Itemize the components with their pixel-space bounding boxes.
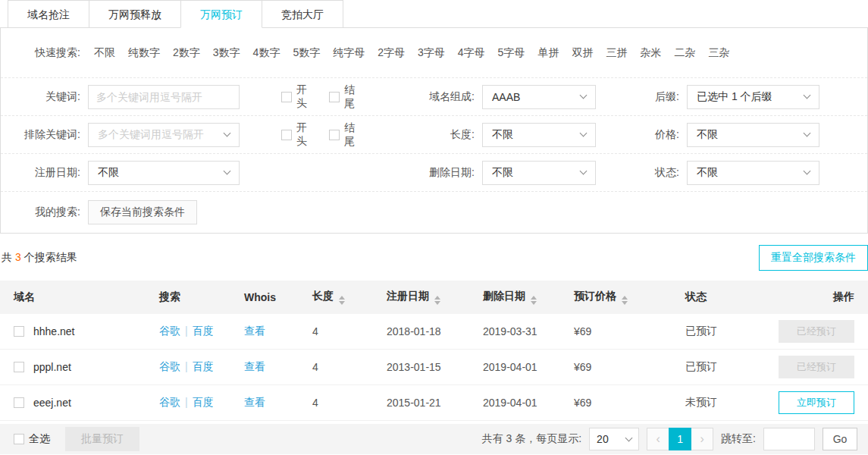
reserve-price: ¥69 xyxy=(574,325,685,337)
quick-filter-item-7[interactable]: 纯字母 xyxy=(333,46,365,60)
exclude-start-checkbox[interactable]: 开头 xyxy=(281,121,317,149)
google-search-link[interactable]: 谷歌 xyxy=(159,360,180,372)
checkbox-box[interactable] xyxy=(281,130,292,140)
reserve-button[interactable]: 立即预订 xyxy=(779,391,854,414)
quick-filter-item-1[interactable]: 不限 xyxy=(94,46,115,60)
checkbox-label: 开头 xyxy=(296,121,317,149)
sort-icon[interactable] xyxy=(339,296,345,305)
checkbox-box[interactable] xyxy=(329,92,340,102)
whois-view-link[interactable]: 查看 xyxy=(244,360,265,372)
quick-filter-item-13[interactable]: 双拼 xyxy=(572,46,593,60)
quick-filter-item-6[interactable]: 5数字 xyxy=(293,46,320,60)
jump-to-input[interactable] xyxy=(763,428,815,450)
keyword-end-checkbox[interactable]: 结尾 xyxy=(329,83,365,111)
deletion-date: 2019-04-01 xyxy=(483,361,574,373)
google-search-link[interactable]: 谷歌 xyxy=(159,325,180,337)
keyword-label: 关键词: xyxy=(1,90,80,104)
reset-filters-button[interactable]: 重置全部搜索条件 xyxy=(759,245,868,271)
pagination: ‹ 1 › xyxy=(647,428,713,450)
prev-page-button[interactable]: ‹ xyxy=(647,428,669,450)
row-checkbox[interactable] xyxy=(14,362,24,372)
page-size-select[interactable]: 20 xyxy=(589,428,639,450)
current-page[interactable]: 1 xyxy=(669,428,691,450)
table-row: hhhe.net 谷歌|百度 查看 4 2018-01-18 2019-03-3… xyxy=(0,314,868,350)
table-row: eeej.net 谷歌|百度 查看 4 2015-01-21 2019-04-0… xyxy=(0,385,868,421)
quick-filter-item-9[interactable]: 3字母 xyxy=(418,46,445,60)
quick-filter-item-12[interactable]: 单拼 xyxy=(537,46,559,60)
quick-filter-item-2[interactable]: 纯数字 xyxy=(128,46,160,60)
del-date-select[interactable]: 不限 xyxy=(482,161,596,185)
quick-filter-item-11[interactable]: 5字母 xyxy=(498,46,525,60)
exclude-end-checkbox[interactable]: 结尾 xyxy=(329,121,365,149)
select-value: 不限 xyxy=(98,166,119,180)
baidu-search-link[interactable]: 百度 xyxy=(193,360,214,372)
reserve-button[interactable]: 已经预订 xyxy=(779,356,854,378)
registration-date: 2015-01-21 xyxy=(387,397,483,409)
baidu-search-link[interactable]: 百度 xyxy=(193,396,214,408)
whois-view-link[interactable]: 查看 xyxy=(244,396,265,408)
tab-wanwang-prerelease[interactable]: 万网预释放 xyxy=(89,0,181,28)
status-select[interactable]: 不限 xyxy=(687,161,819,185)
reserve-price: ¥69 xyxy=(574,397,685,409)
select-value: 20 xyxy=(597,433,609,445)
footer-left: 全选 批量预订 xyxy=(14,427,139,451)
reserve-price: ¥69 xyxy=(574,361,685,373)
whois-view-link[interactable]: 查看 xyxy=(244,325,265,337)
quick-filter-item-3[interactable]: 2数字 xyxy=(173,46,200,60)
sort-icon[interactable] xyxy=(434,296,440,305)
reserve-button[interactable]: 已经预订 xyxy=(779,320,854,343)
tab-wanwang-reserve[interactable]: 万网预订 xyxy=(180,0,262,28)
reg-date-select[interactable]: 不限 xyxy=(88,161,240,185)
baidu-search-link[interactable]: 百度 xyxy=(193,325,214,337)
domain-name: eeej.net xyxy=(33,397,71,409)
table-footer: 全选 批量预订 共有 3 条，每页显示: 20 ‹ 1 › 跳转至: Go xyxy=(0,424,868,454)
reg-date-label: 注册日期: xyxy=(1,166,80,180)
select-all-checkbox[interactable]: 全选 xyxy=(14,432,50,446)
quick-filter-item-17[interactable]: 三杂 xyxy=(708,46,729,60)
keyword-start-checkbox[interactable]: 开头 xyxy=(281,83,317,111)
row-checkbox[interactable] xyxy=(14,326,24,337)
domain-length: 4 xyxy=(312,325,387,337)
go-button[interactable]: Go xyxy=(823,428,857,450)
checkbox-label: 开头 xyxy=(296,83,317,111)
results-bar: 共3个搜索结果 重置全部搜索条件 xyxy=(0,244,868,271)
table-body: hhhe.net 谷歌|百度 查看 4 2018-01-18 2019-03-3… xyxy=(0,314,868,421)
placeholder-text: 多个关键词用逗号隔开 xyxy=(98,128,204,142)
quick-filter-item-5[interactable]: 4数字 xyxy=(253,46,280,60)
keyword-input[interactable] xyxy=(88,85,240,109)
select-value: 不限 xyxy=(492,128,513,142)
quick-filter-item-16[interactable]: 二杂 xyxy=(674,46,695,60)
header-domain: 域名 xyxy=(0,290,159,304)
exclude-label: 排除关键词: xyxy=(1,128,80,142)
quick-filter-item-15[interactable]: 杂米 xyxy=(640,46,661,60)
header-whois: Whois xyxy=(244,291,312,303)
next-page-button[interactable]: › xyxy=(691,428,713,450)
price-select[interactable]: 不限 xyxy=(687,123,819,147)
quick-filter-item-14[interactable]: 三拼 xyxy=(606,46,627,60)
tab-domain-snatch[interactable]: 域名抢注 xyxy=(8,0,89,28)
header-length: 长度 xyxy=(312,290,387,305)
domain-name: hhhe.net xyxy=(33,325,75,337)
deletion-date: 2019-03-31 xyxy=(483,325,574,337)
sort-icon[interactable] xyxy=(531,296,537,305)
save-search-button[interactable]: 保存当前搜索条件 xyxy=(88,200,197,224)
quick-filter-item-4[interactable]: 3数字 xyxy=(213,46,240,60)
row-checkbox[interactable] xyxy=(14,397,24,408)
tab-auction-hall[interactable]: 竞拍大厅 xyxy=(262,0,343,28)
quick-filter-item-8[interactable]: 2字母 xyxy=(378,46,405,60)
quick-filter-item-10[interactable]: 4字母 xyxy=(458,46,485,60)
checkbox-box[interactable] xyxy=(281,92,292,102)
composition-select[interactable]: AAAB xyxy=(482,85,596,109)
top-tabs: 域名抢注 万网预释放 万网预订 竞拍大厅 xyxy=(0,0,868,27)
exclude-keyword-combo[interactable]: 多个关键词用逗号隔开 xyxy=(88,123,240,147)
length-select[interactable]: 不限 xyxy=(482,123,596,147)
results-suffix: 个搜索结果 xyxy=(24,251,77,263)
checkbox-box[interactable] xyxy=(14,434,24,444)
domain-length: 4 xyxy=(312,361,387,373)
suffix-select[interactable]: 已选中 1 个后缀 xyxy=(687,85,819,109)
batch-reserve-button[interactable]: 批量预订 xyxy=(65,427,139,451)
checkbox-box[interactable] xyxy=(329,130,340,140)
footer-right: 共有 3 条，每页显示: 20 ‹ 1 › 跳转至: Go xyxy=(482,428,857,450)
google-search-link[interactable]: 谷歌 xyxy=(159,396,180,408)
sort-icon[interactable] xyxy=(622,296,628,305)
